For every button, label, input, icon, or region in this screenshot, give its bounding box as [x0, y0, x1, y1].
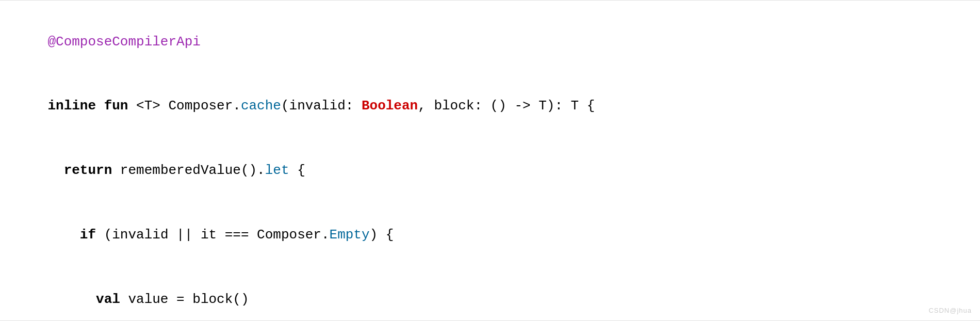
code-line-1: @ComposeCompilerApi — [15, 10, 965, 74]
annotation: @ComposeCompilerApi — [47, 34, 200, 50]
type-boolean: Boolean — [362, 98, 418, 114]
code-plain: , block: () -> T): T { — [418, 98, 595, 114]
keyword-return: return — [64, 163, 112, 178]
code-line-5: val value = block() — [15, 267, 965, 321]
code-plain: <T> Composer. — [136, 98, 241, 114]
code-line-2: inline fun <T> Composer.cache(invalid: B… — [15, 74, 965, 139]
code-plain: rememberedValue(). — [112, 163, 265, 178]
code-block: @ComposeCompilerApi inline fun <T> Compo… — [0, 0, 980, 321]
code-plain: ) { — [370, 227, 394, 243]
function-name: cache — [241, 98, 281, 114]
keyword-if: if — [80, 227, 96, 243]
code-line-3: return rememberedValue().let { — [15, 139, 965, 203]
code-plain: (invalid || it === Composer. — [96, 227, 329, 243]
code-plain: (invalid: — [281, 98, 362, 114]
function-let: let — [265, 163, 289, 178]
property-empty: Empty — [330, 227, 370, 243]
code-plain: { — [289, 163, 305, 178]
code-plain: value = block() — [120, 292, 249, 307]
indent — [47, 163, 63, 178]
keyword-val: val — [96, 292, 120, 307]
watermark: CSDN@jhua — [928, 306, 972, 316]
code-line-4: if (invalid || it === Composer.Empty) { — [15, 203, 965, 267]
indent — [47, 292, 96, 307]
keyword-inline: inline — [47, 98, 104, 114]
keyword-fun: fun — [104, 98, 136, 114]
indent — [47, 227, 79, 243]
